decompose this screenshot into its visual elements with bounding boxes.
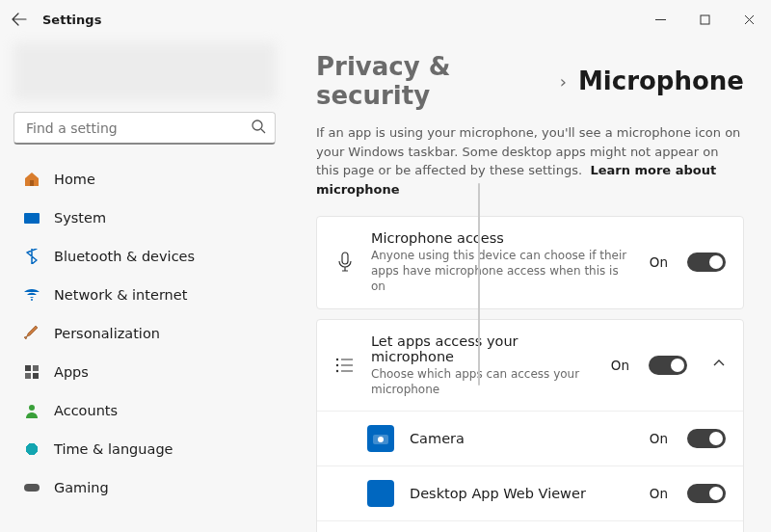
page-title: Microphone (578, 66, 744, 95)
setting-row-mic-access[interactable]: Microphone access Anyone using this devi… (317, 217, 743, 308)
toggle-state-label: On (611, 358, 629, 373)
sidebar-item-personalization[interactable]: Personalization (13, 314, 270, 353)
sidebar-item-label: Personalization (54, 326, 160, 341)
sidebar-item-label: Network & internet (54, 287, 187, 303)
apps-icon (23, 363, 40, 381)
system-icon (23, 209, 40, 226)
app-name: Desktop App Web Viewer (410, 486, 634, 501)
app-name: Camera (410, 431, 634, 446)
sidebar-item-network[interactable]: Network & internet (13, 276, 270, 314)
sidebar-item-label: Time & language (54, 441, 173, 457)
sidebar-item-home[interactable]: Home (13, 160, 270, 199)
svg-point-7 (29, 405, 35, 411)
setting-card-mic-access: Microphone access Anyone using this devi… (316, 216, 744, 309)
close-button[interactable] (727, 0, 771, 39)
page-description: If an app is using your microphone, you'… (316, 123, 744, 199)
desktop-app-icon (367, 480, 394, 507)
svg-rect-9 (342, 253, 348, 264)
arrow-left-icon (12, 12, 27, 27)
svg-rect-0 (701, 15, 709, 24)
svg-point-1 (253, 120, 262, 130)
back-button[interactable] (0, 0, 39, 39)
mic-access-toggle[interactable] (687, 253, 726, 272)
sidebar-item-system[interactable]: System (13, 199, 270, 237)
search-input[interactable] (13, 112, 276, 145)
toggle-state-label: On (650, 254, 668, 270)
breadcrumb-parent[interactable]: Privacy & security (316, 52, 548, 110)
svg-rect-2 (30, 180, 34, 186)
search-box (13, 112, 276, 145)
setting-title: Microphone access (371, 230, 634, 246)
search-icon (251, 119, 266, 138)
window-title: Settings (42, 13, 101, 27)
let-apps-toggle[interactable] (649, 356, 687, 375)
sidebar-item-accounts[interactable]: Accounts (13, 391, 270, 430)
toggle-state-label: On (650, 431, 668, 446)
user-account-card[interactable] (13, 42, 276, 100)
sidebar-item-bluetooth[interactable]: Bluetooth & devices (13, 237, 270, 276)
sidebar: Home System Bluetooth & devices Network … (0, 39, 289, 532)
sidebar-item-time-language[interactable]: Time & language (13, 430, 270, 468)
setting-subtitle: Choose which apps can access your microp… (371, 366, 596, 397)
sidebar-item-label: Apps (54, 364, 89, 380)
app-row-feedback-hub[interactable]: Feedback Hub On (317, 520, 743, 532)
svg-point-14 (378, 437, 384, 442)
sidebar-item-label: Bluetooth & devices (54, 249, 195, 264)
person-icon (23, 402, 40, 419)
svg-point-10 (336, 359, 338, 360)
app-toggle[interactable] (687, 484, 726, 503)
window-controls (638, 0, 771, 39)
svg-point-12 (336, 370, 338, 372)
svg-point-11 (336, 364, 338, 366)
toggle-state-label: On (650, 486, 668, 501)
app-toggle[interactable] (687, 429, 726, 448)
svg-rect-8 (24, 484, 40, 492)
svg-rect-3 (25, 365, 31, 371)
svg-rect-4 (33, 365, 39, 371)
setting-subtitle: Anyone using this device can choose if t… (371, 248, 634, 295)
content-area: Privacy & security › Microphone If an ap… (289, 39, 771, 532)
nav-scrollbar[interactable] (478, 183, 481, 386)
sidebar-item-apps[interactable]: Apps (13, 353, 270, 391)
sidebar-item-label: Gaming (54, 480, 109, 495)
microphone-icon (334, 252, 356, 273)
minimize-button[interactable] (638, 0, 682, 39)
home-icon (23, 171, 40, 188)
setting-row-let-apps[interactable]: Let apps access your microphone Choose w… (317, 320, 743, 411)
clock-globe-icon (23, 440, 40, 458)
paintbrush-icon (23, 325, 40, 342)
list-icon (334, 358, 356, 373)
titlebar: Settings (0, 0, 771, 39)
wifi-icon (23, 286, 40, 304)
sidebar-item-label: System (54, 210, 106, 226)
gaming-icon (23, 479, 40, 496)
svg-rect-5 (25, 373, 31, 379)
app-row-camera[interactable]: Camera On (317, 411, 743, 466)
sidebar-item-label: Accounts (54, 403, 118, 418)
app-row-desktop-viewer[interactable]: Desktop App Web Viewer On (317, 466, 743, 520)
setting-card-let-apps: Let apps access your microphone Choose w… (316, 319, 744, 532)
sidebar-item-label: Home (54, 172, 95, 187)
breadcrumb: Privacy & security › Microphone (316, 52, 744, 110)
chevron-right-icon: › (560, 71, 567, 92)
nav-list: Home System Bluetooth & devices Network … (13, 160, 276, 532)
svg-rect-6 (33, 373, 39, 379)
bluetooth-icon (23, 248, 40, 265)
camera-app-icon (367, 425, 394, 452)
maximize-button[interactable] (682, 0, 727, 39)
chevron-up-icon[interactable] (712, 356, 726, 374)
setting-title: Let apps access your microphone (371, 333, 596, 364)
sidebar-item-gaming[interactable]: Gaming (13, 468, 270, 507)
